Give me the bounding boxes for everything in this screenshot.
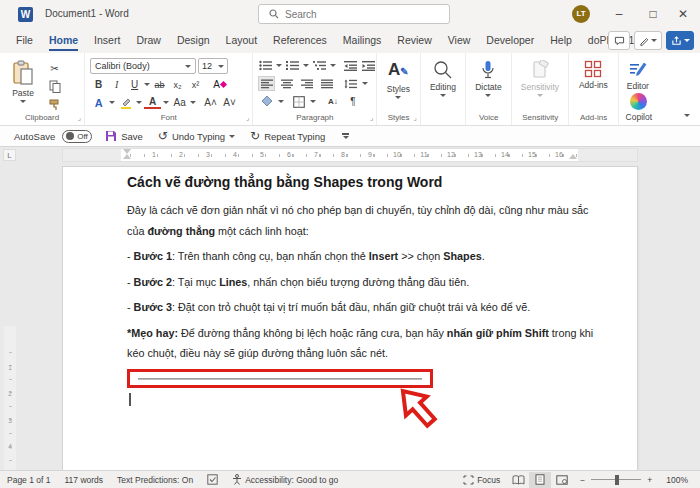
read-mode-button[interactable]: [507, 472, 529, 488]
align-center-button[interactable]: [278, 76, 295, 91]
print-layout-button[interactable]: [529, 472, 551, 488]
qat-overflow-button[interactable]: [342, 133, 349, 138]
sort-button[interactable]: A↓: [324, 94, 341, 109]
ribbon-tab[interactable]: Draw: [128, 29, 169, 53]
zoom-out-button[interactable]: −: [573, 475, 585, 485]
zoom-slider[interactable]: [591, 479, 641, 481]
doc-paragraph[interactable]: Đây là cách vẽ đơn giản nhất vì nó cho p…: [127, 200, 607, 241]
align-right-button[interactable]: [298, 76, 315, 91]
ribbon-tab[interactable]: Design: [169, 29, 218, 53]
format-painter-icon[interactable]: [46, 97, 63, 112]
decrease-indent-button[interactable]: [343, 58, 358, 73]
font-name-select[interactable]: Calibri (Body): [90, 58, 196, 74]
multilevel-list-button[interactable]: [312, 58, 327, 73]
web-layout-icon: [556, 475, 568, 485]
close-button[interactable]: ✕: [666, 0, 700, 28]
justify-button[interactable]: [318, 76, 335, 91]
paragraph-dialog-launcher[interactable]: ⌟: [370, 114, 373, 122]
addins-button[interactable]: Add-ins: [569, 58, 617, 90]
styles-dialog-launcher[interactable]: ⌟: [414, 114, 417, 122]
ribbon-tab[interactable]: Developer: [478, 29, 542, 53]
repeat-button[interactable]: ↻ Repeat Typing: [250, 129, 325, 143]
clipboard-dialog-launcher[interactable]: ⌟: [78, 114, 81, 122]
web-layout-button[interactable]: [551, 472, 573, 488]
borders-button[interactable]: [290, 94, 307, 109]
doc-paragraph[interactable]: - Bước 2: Tại mục Lines, nhấn chọn biểu …: [127, 272, 607, 293]
copy-icon[interactable]: [46, 79, 63, 94]
styles-button[interactable]: A✎ Styles: [377, 58, 419, 99]
tab-selector[interactable]: L: [3, 149, 16, 161]
line-spacing-button[interactable]: [342, 76, 359, 91]
editing-button[interactable]: Editing: [421, 58, 465, 97]
page-count[interactable]: Page 1 of 1: [0, 475, 57, 485]
document-page[interactable]: Cách vẽ đường thẳng bằng Shapes trong Wo…: [63, 167, 637, 470]
autosave-toggle[interactable]: Off: [62, 130, 92, 143]
right-indent-marker[interactable]: [569, 154, 577, 159]
save-button[interactable]: Save: [105, 130, 143, 142]
ribbon-tab[interactable]: Mailings: [335, 29, 390, 53]
doc-paragraph[interactable]: - Bước 1: Trên thanh công cụ, bạn nhấn c…: [127, 246, 607, 267]
doc-paragraph[interactable]: *Mẹo hay: Để đường thẳng không bị lệch h…: [127, 323, 607, 364]
clear-formatting-button[interactable]: A: [211, 77, 228, 92]
sensitivity-button[interactable]: Sensitivity: [512, 58, 568, 97]
focus-button[interactable]: Focus: [456, 475, 507, 485]
subscript-button[interactable]: x₂: [169, 77, 186, 92]
change-case-button[interactable]: Aa: [171, 95, 188, 110]
document-text[interactable]: Cách vẽ đường thẳng bằng Shapes trong Wo…: [127, 174, 607, 406]
proofing-button[interactable]: [200, 474, 225, 485]
doc-paragraph[interactable]: - Bước 3: Đặt con trỏ chuột tại vị trí m…: [127, 297, 607, 318]
ribbon-tab[interactable]: Home: [41, 29, 86, 53]
text-predictions[interactable]: Text Predictions: On: [110, 475, 200, 485]
ribbon-tab[interactable]: References: [265, 29, 335, 53]
undo-button[interactable]: ↺ Undo Typing: [158, 129, 235, 143]
shading-button[interactable]: [258, 94, 275, 109]
highlight-button[interactable]: [117, 95, 134, 110]
bullets-button[interactable]: [258, 58, 273, 73]
font-size-select[interactable]: 12: [198, 58, 228, 74]
text-effects-button[interactable]: A: [90, 95, 107, 110]
ribbon-tab[interactable]: Layout: [218, 29, 266, 53]
drawn-line-shape[interactable]: [138, 378, 422, 380]
drawing-tools-button[interactable]: [634, 31, 662, 50]
vruler-numbers: 12345678910: [4, 326, 16, 488]
zoom-thumb[interactable]: [615, 475, 619, 485]
editor-button[interactable]: Editor: [619, 58, 657, 91]
comments-button[interactable]: [608, 31, 630, 50]
copilot-button[interactable]: Copilot: [619, 91, 659, 122]
cut-icon[interactable]: ✂: [46, 61, 63, 76]
doc-heading[interactable]: Cách vẽ đường thẳng bằng Shapes trong Wo…: [127, 174, 607, 190]
shrink-font-button[interactable]: A˅: [221, 95, 238, 110]
ribbon-tab[interactable]: View: [440, 29, 479, 53]
superscript-button[interactable]: x²: [187, 77, 204, 92]
bold-button[interactable]: B: [90, 77, 107, 92]
paste-button[interactable]: Paste: [0, 58, 46, 112]
ribbon-tab[interactable]: File: [8, 29, 41, 53]
numbering-button[interactable]: [285, 58, 300, 73]
underline-button[interactable]: U: [126, 77, 143, 92]
font-color-button[interactable]: A: [144, 96, 161, 109]
accessibility-status[interactable]: Accessibility: Good to go: [225, 474, 345, 485]
account-avatar[interactable]: LT: [572, 5, 590, 23]
search-input[interactable]: [285, 9, 415, 20]
dictate-button[interactable]: Dictate: [466, 58, 510, 97]
ribbon-tab[interactable]: Review: [389, 29, 439, 53]
strikethrough-button[interactable]: ab: [151, 77, 168, 92]
zoom-level[interactable]: 100%: [659, 475, 700, 485]
search-box[interactable]: [258, 4, 450, 24]
show-formatting-button[interactable]: ¶: [344, 94, 361, 109]
ribbon-tab[interactable]: Help: [542, 29, 580, 53]
increase-indent-button[interactable]: [361, 58, 376, 73]
collapse-ribbon-icon[interactable]: [684, 114, 690, 117]
share-button[interactable]: [666, 31, 694, 50]
grow-font-button[interactable]: A˄: [202, 95, 219, 110]
font-dialog-launcher[interactable]: ⌟: [246, 114, 249, 122]
zoom-in-button[interactable]: +: [647, 475, 659, 485]
ribbon-tab[interactable]: Insert: [86, 29, 128, 53]
word-count[interactable]: 117 words: [57, 475, 110, 485]
maximize-button[interactable]: □: [636, 0, 670, 28]
align-left-button[interactable]: [258, 76, 275, 91]
word-app-icon: W: [18, 7, 33, 22]
minimize-button[interactable]: –: [602, 0, 636, 28]
hanging-indent-marker[interactable]: [123, 154, 131, 159]
italic-button[interactable]: I: [108, 77, 125, 92]
